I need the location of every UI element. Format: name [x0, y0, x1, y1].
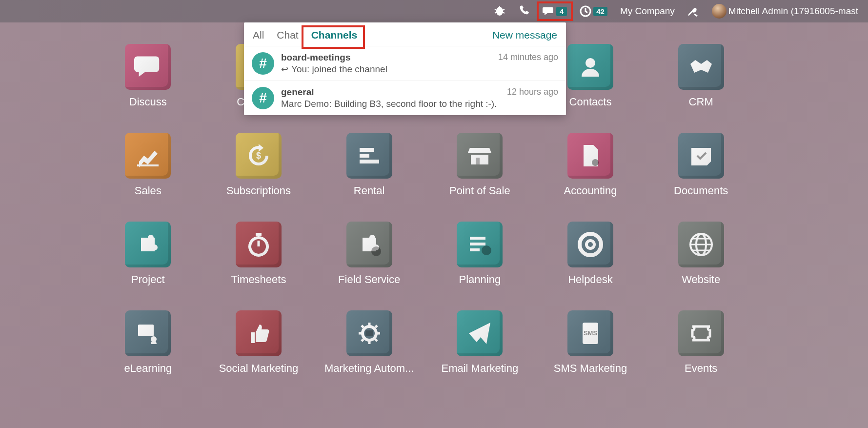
- puzzle-clock-icon: [346, 222, 392, 267]
- ticket-icon: [678, 310, 724, 356]
- store-icon: [457, 133, 503, 179]
- hash-icon: #: [252, 52, 274, 75]
- app-discuss[interactable]: Discuss: [93, 44, 203, 108]
- channel-item[interactable]: #general12 hours agoMarc Demo: Building …: [244, 81, 566, 115]
- thumbs-up-icon: [236, 310, 282, 356]
- app-label: eLearning: [124, 362, 172, 375]
- app-timesheets[interactable]: Timesheets: [203, 222, 314, 286]
- app-email-marketing[interactable]: Email Marketing: [424, 310, 535, 375]
- app-subscriptions[interactable]: Subscriptions: [203, 133, 314, 197]
- file-gear-icon: [567, 133, 613, 179]
- channel-preview: You: joined the channel: [291, 64, 387, 75]
- app-label: Documents: [674, 184, 728, 197]
- app-label: CRM: [689, 96, 713, 108]
- user-menu[interactable]: Mitchell Admin (17916005-mast: [707, 1, 863, 21]
- activities-button[interactable]: 42: [575, 2, 612, 20]
- puzzle-icon: [125, 222, 171, 267]
- app-sms-marketing[interactable]: SMS Marketing: [535, 310, 646, 375]
- list-clock-icon: [457, 222, 503, 267]
- app-elearning[interactable]: eLearning: [93, 310, 203, 375]
- app-planning[interactable]: Planning: [424, 222, 535, 286]
- app-website[interactable]: Website: [646, 222, 756, 286]
- chat-bubble-icon: [125, 44, 171, 90]
- teach-icon: [125, 310, 171, 356]
- app-rental[interactable]: Rental: [314, 133, 424, 197]
- app-marketing-autom-[interactable]: Marketing Autom...: [314, 310, 424, 375]
- app-label: Project: [131, 273, 164, 286]
- app-sales[interactable]: Sales: [93, 133, 203, 197]
- new-message-button[interactable]: New message: [492, 29, 557, 41]
- tab-chat[interactable]: Chat: [277, 29, 298, 41]
- refresh-dollar-icon: [236, 133, 282, 179]
- clock-icon: [580, 5, 591, 17]
- app-crm[interactable]: CRM: [646, 44, 756, 108]
- contact-icon: [567, 44, 613, 90]
- app-helpdesk[interactable]: Helpdesk: [535, 222, 646, 286]
- app-documents[interactable]: Documents: [646, 133, 756, 197]
- handshake-icon: [678, 44, 724, 90]
- avatar-icon: [712, 4, 727, 19]
- app-label: Discuss: [129, 96, 167, 108]
- channel-name: board-meetings: [281, 52, 351, 63]
- gantt-icon: [346, 133, 392, 179]
- tab-all[interactable]: All: [253, 29, 264, 41]
- app-label: Accounting: [564, 184, 617, 197]
- top-bar: 4 42 My Company Mitchell Admin (17916005…: [0, 0, 868, 22]
- channel-time: 12 hours ago: [507, 87, 558, 98]
- app-label: Planning: [459, 273, 501, 286]
- app-label: Social Marketing: [219, 362, 299, 375]
- send-icon: [457, 310, 503, 356]
- user-name: Mitchell Admin (17916005-mast: [728, 6, 858, 17]
- app-label: Helpdesk: [568, 273, 613, 286]
- activities-badge: 42: [593, 7, 607, 16]
- app-project[interactable]: Project: [93, 222, 203, 286]
- app-field-service[interactable]: Field Service: [314, 222, 424, 286]
- gear-mail-icon: [346, 310, 392, 356]
- sms-icon: [567, 310, 613, 356]
- messages-badge: 4: [556, 7, 567, 16]
- messages-button[interactable]: 4: [538, 2, 572, 20]
- tab-channels[interactable]: Channels: [311, 29, 358, 41]
- app-social-marketing[interactable]: Social Marketing: [203, 310, 314, 375]
- hash-icon: #: [252, 87, 274, 109]
- app-label: Subscriptions: [226, 184, 291, 197]
- channel-item[interactable]: #board-meetings14 minutes ago↩You: joine…: [244, 46, 566, 81]
- lifebuoy-icon: [567, 222, 613, 267]
- app-label: Marketing Autom...: [324, 362, 414, 375]
- app-label: SMS Marketing: [554, 362, 627, 375]
- stopwatch-icon: [236, 222, 282, 267]
- company-switcher[interactable]: My Company: [615, 3, 680, 20]
- app-label: Timesheets: [231, 273, 286, 286]
- app-label: Rental: [354, 184, 385, 197]
- channel-time: 14 minutes ago: [498, 52, 558, 63]
- app-label: Email Marketing: [441, 362, 518, 375]
- settings-button[interactable]: [683, 2, 704, 20]
- app-label: Field Service: [338, 273, 400, 286]
- app-accounting[interactable]: Accounting: [535, 133, 646, 197]
- messaging-dropdown: All Chat Channels New message #board-mee…: [244, 22, 566, 115]
- app-label: Point of Sale: [449, 184, 510, 197]
- app-label: Sales: [135, 184, 161, 197]
- messaging-tabs: All Chat Channels New message: [244, 22, 566, 46]
- channel-preview: Marc Demo: Building B3, second floor to …: [281, 99, 497, 109]
- app-label: Website: [682, 273, 720, 286]
- speech-icon: [543, 5, 554, 17]
- inbox-check-icon: [678, 133, 724, 179]
- reply-icon: ↩: [281, 64, 288, 75]
- app-events[interactable]: Events: [646, 310, 756, 375]
- growth-icon: [125, 133, 171, 179]
- app-label: Contacts: [569, 96, 612, 108]
- globe-icon: [678, 222, 724, 267]
- debug-button[interactable]: [489, 2, 510, 20]
- app-label: Events: [685, 362, 717, 375]
- voip-button[interactable]: [513, 2, 535, 20]
- app-point-of-sale[interactable]: Point of Sale: [424, 133, 535, 197]
- channel-name: general: [281, 87, 314, 98]
